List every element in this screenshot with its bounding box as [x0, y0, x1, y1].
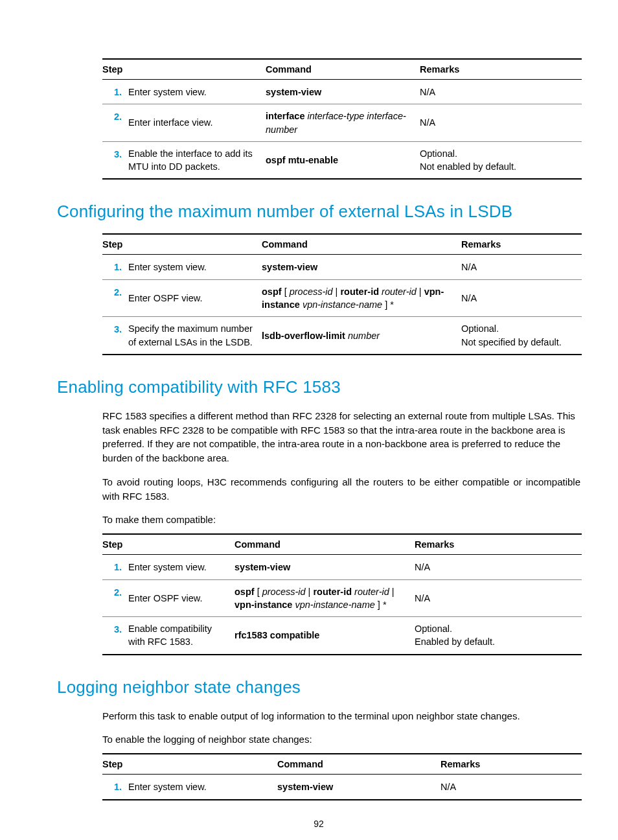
col-command: Command [277, 754, 441, 775]
col-command: Command [262, 234, 461, 255]
step-text: Enter system view. [128, 555, 235, 579]
remarks-text: Optional.Not enabled by default. [420, 141, 582, 179]
step-number: 3. [102, 141, 128, 179]
table-lsdb-overflow: Step Command Remarks 1.Enter system view… [102, 233, 582, 355]
table-body: 1.Enter system view.system-viewN/A2.Ente… [102, 255, 582, 355]
table-row: 3.Specify the maximum number of external… [102, 317, 582, 355]
step-text: Enter OSPF view. [128, 579, 235, 617]
remarks-text: Optional.Not specified by default. [461, 317, 582, 355]
col-remarks: Remarks [420, 59, 582, 80]
remarks-text: N/A [415, 555, 582, 579]
remarks-text: N/A [420, 80, 582, 104]
page-content: Step Command Remarks 1.Enter system view… [0, 0, 618, 840]
col-remarks: Remarks [461, 234, 582, 255]
step-number: 2. [102, 579, 128, 617]
col-remarks: Remarks [441, 754, 582, 775]
col-step: Step [102, 534, 235, 555]
step-text: Enable the interface to add its MTU into… [128, 141, 266, 179]
step-number: 2. [102, 104, 128, 142]
col-step: Step [102, 59, 266, 80]
table-row: 3.Enable the interface to add its MTU in… [102, 141, 582, 179]
command-text: ospf [ process-id | router-id router-id … [235, 579, 415, 617]
table-row: 2.Enter OSPF view.ospf [ process-id | ro… [102, 279, 582, 317]
remarks-text: N/A [441, 775, 582, 800]
command-text: rfc1583 compatible [235, 617, 415, 655]
col-remarks: Remarks [415, 534, 582, 555]
step-text: Enable compatibility with RFC 1583. [128, 617, 235, 655]
table-row: 1.Enter system view.system-viewN/A [102, 80, 582, 104]
step-text: Enter system view. [128, 255, 262, 279]
remarks-text: Optional.Enabled by default. [415, 617, 582, 655]
table-row: 1.Enter system view.system-viewN/A [102, 555, 582, 579]
heading-rfc1583: Enabling compatibility with RFC 1583 [57, 377, 580, 397]
command-text: ospf mtu-enable [266, 141, 420, 179]
step-number: 2. [102, 279, 128, 317]
remarks-text: N/A [461, 279, 582, 317]
col-step: Step [102, 234, 262, 255]
paragraph: Perform this task to enable output of lo… [102, 709, 580, 723]
command-text: system-view [266, 80, 420, 104]
heading-logging-neighbor: Logging neighbor state changes [57, 677, 580, 697]
table-row: 2.Enter interface view.interface interfa… [102, 104, 582, 142]
step-number: 1. [102, 775, 128, 800]
command-text: system-view [235, 555, 415, 579]
command-text: system-view [262, 255, 461, 279]
table-row: 3.Enable compatibility with RFC 1583.rfc… [102, 617, 582, 655]
paragraph: To avoid routing loops, H3C recommends c… [102, 475, 580, 504]
remarks-text: N/A [420, 104, 582, 142]
table-mtu-dd: Step Command Remarks 1.Enter system view… [102, 58, 582, 180]
step-number: 1. [102, 80, 128, 104]
page-number: 92 [57, 819, 580, 829]
col-step: Step [102, 754, 277, 775]
step-text: Enter interface view. [128, 104, 266, 142]
command-text: system-view [277, 775, 441, 800]
command-text: interface interface-type interface-numbe… [266, 104, 420, 142]
step-text: Enter OSPF view. [128, 279, 262, 317]
remarks-text: N/A [415, 579, 582, 617]
remarks-text: N/A [461, 255, 582, 279]
table-logging: Step Command Remarks 1.Enter system view… [102, 753, 582, 800]
paragraph: To enable the logging of neighbor state … [102, 732, 580, 747]
col-command: Command [235, 534, 415, 555]
table-body: 1.Enter system view.system-viewN/A2.Ente… [102, 555, 582, 655]
table-body: 1.Enter system view.system-viewN/A2.Ente… [102, 80, 582, 180]
heading-max-external-lsas: Configuring the maximum number of extern… [57, 202, 580, 222]
col-command: Command [266, 59, 420, 80]
paragraph: RFC 1583 specifies a different method th… [102, 409, 580, 465]
command-text: lsdb-overflow-limit number [262, 317, 461, 355]
paragraph: To make them compatible: [102, 513, 580, 527]
table-body: 1.Enter system view.system-viewN/A [102, 775, 582, 800]
table-row: 1.Enter system view.system-viewN/A [102, 255, 582, 279]
step-number: 3. [102, 617, 128, 655]
table-rfc1583: Step Command Remarks 1.Enter system view… [102, 533, 582, 655]
table-row: 2.Enter OSPF view.ospf [ process-id | ro… [102, 579, 582, 617]
step-text: Enter system view. [128, 80, 266, 104]
command-text: ospf [ process-id | router-id router-id … [262, 279, 461, 317]
step-text: Specify the maximum number of external L… [128, 317, 262, 355]
step-number: 1. [102, 255, 128, 279]
table-row: 1.Enter system view.system-viewN/A [102, 775, 582, 800]
step-text: Enter system view. [128, 775, 277, 800]
step-number: 3. [102, 317, 128, 355]
step-number: 1. [102, 555, 128, 579]
